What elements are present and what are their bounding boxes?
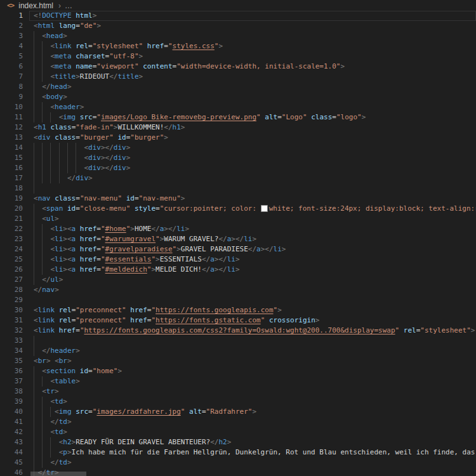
code-line[interactable]: 34</header> — [0, 346, 476, 356]
line-number[interactable]: 39 — [0, 397, 23, 407]
code-line[interactable]: 4<link rel="stylesheet" href="styles.css… — [0, 41, 476, 51]
line-number[interactable]: 29 — [0, 295, 23, 305]
line-number[interactable]: 20 — [0, 204, 23, 214]
breadcrumb-more[interactable]: … — [65, 1, 73, 10]
code-line[interactable]: 10<header> — [0, 102, 476, 112]
code-line[interactable]: 11<img src="images/Logo_Bike-removebg-pr… — [0, 112, 476, 122]
code-line[interactable]: 7<title>RIDEOUT</title> — [0, 72, 476, 82]
code-line[interactable]: 3<head> — [0, 31, 476, 41]
horizontal-scrollbar[interactable] — [30, 472, 86, 476]
code-line[interactable]: 19<nav class="nav-menu" id="nav-menu"> — [0, 194, 476, 204]
line-number[interactable]: 34 — [0, 346, 23, 356]
code-line[interactable]: 23<li><a href="#warumgravel">WARUM GRAVE… — [0, 234, 476, 244]
code-line[interactable]: 9<body> — [0, 92, 476, 102]
code-line[interactable]: 13<div class="burger" id="burger"> — [0, 133, 476, 143]
code-line[interactable]: 36<section id="home"> — [0, 366, 476, 376]
line-number[interactable]: 2 — [0, 21, 23, 31]
code-line[interactable]: 8</head> — [0, 82, 476, 92]
code-line[interactable]: 25<li><a href="#essentials">ESSENTIALS</… — [0, 255, 476, 265]
code-line[interactable]: 39<td> — [0, 397, 476, 407]
code-line[interactable]: 33 — [0, 336, 476, 346]
code-line[interactable]: 5<meta charset="utf-8"> — [0, 51, 476, 62]
line-number[interactable]: 42 — [0, 427, 23, 437]
line-number[interactable]: 21 — [0, 214, 23, 224]
code-line[interactable]: 45</td> — [0, 458, 476, 468]
line-number[interactable]: 43 — [0, 437, 23, 447]
line-number[interactable]: 33 — [0, 336, 23, 346]
code-line[interactable]: 44<p>Ich habe mich für die Farben Hellgr… — [0, 447, 476, 458]
line-number[interactable]: 40 — [0, 407, 23, 417]
line-number[interactable]: 44 — [0, 447, 23, 458]
code-line[interactable]: 27</ul> — [0, 275, 476, 285]
line-number[interactable]: 24 — [0, 244, 23, 255]
line-number[interactable]: 36 — [0, 366, 23, 376]
code-line[interactable]: 18 — [0, 183, 476, 194]
token-punctuation: < — [34, 194, 38, 202]
code-line[interactable]: 12<h1 class="fade-in">WILLKOMMEN!</h1> — [0, 122, 476, 133]
line-number[interactable]: 35 — [0, 356, 23, 366]
line-number[interactable]: 28 — [0, 285, 23, 295]
line-number[interactable]: 14 — [0, 143, 23, 153]
code-line[interactable]: 43<h2>READY FÜR DEIN GRAVEL ABENTEUER?</… — [0, 437, 476, 447]
code-line[interactable]: 30<link rel="preconnect" href="https://f… — [0, 305, 476, 315]
line-number[interactable]: 23 — [0, 234, 23, 244]
line-number[interactable]: 17 — [0, 173, 23, 183]
code-line[interactable]: 38<tr> — [0, 387, 476, 397]
line-number[interactable]: 4 — [0, 41, 23, 51]
line-number[interactable]: 12 — [0, 122, 23, 133]
code-line[interactable]: 16<div></div> — [0, 163, 476, 173]
line-number[interactable]: 6 — [0, 62, 23, 72]
code-line[interactable]: 21<ul> — [0, 214, 476, 224]
code-line[interactable]: 40<img src="images/radfahrer.jpg" alt="R… — [0, 407, 476, 417]
line-number[interactable]: 26 — [0, 265, 23, 275]
token-punctuation: </ — [109, 72, 117, 81]
line-number[interactable]: 11 — [0, 112, 23, 122]
code-line[interactable]: 42<td> — [0, 427, 476, 437]
line-number[interactable]: 13 — [0, 133, 23, 143]
line-number[interactable]: 32 — [0, 326, 23, 336]
line-number[interactable]: 8 — [0, 82, 23, 92]
code-line[interactable]: 24<li><a href="#gravelparadiese">GRAVEL … — [0, 244, 476, 255]
line-number[interactable]: 41 — [0, 417, 23, 427]
code-line[interactable]: 31<link rel="preconnect" href="https://f… — [0, 315, 476, 326]
line-number[interactable]: 31 — [0, 315, 23, 326]
line-number[interactable]: 19 — [0, 194, 23, 204]
code-line[interactable]: 2<html lang="de"> — [0, 21, 476, 31]
line-number[interactable]: 10 — [0, 102, 23, 112]
code-line[interactable]: 17</div> — [0, 173, 476, 183]
line-number[interactable]: 22 — [0, 224, 23, 234]
code-line[interactable]: 22<li><a href="#home">HOME</a></li> — [0, 224, 476, 234]
line-number[interactable]: 38 — [0, 387, 23, 397]
line-number[interactable]: 45 — [0, 458, 23, 468]
code-line-content: <body> — [29, 92, 476, 102]
line-number[interactable]: 5 — [0, 51, 23, 62]
code-line[interactable]: 28</nav> — [0, 285, 476, 295]
line-number[interactable]: 30 — [0, 305, 23, 315]
code-line[interactable]: 37<table> — [0, 376, 476, 387]
line-number[interactable]: 27 — [0, 275, 23, 285]
token-link-string: https://fonts.gstatic.com — [155, 316, 261, 324]
breadcrumb-file-name[interactable]: index.html — [18, 1, 53, 10]
line-number[interactable]: 3 — [0, 31, 23, 41]
code-line[interactable]: 14<div></div> — [0, 143, 476, 153]
line-number[interactable]: 7 — [0, 72, 23, 82]
line-number[interactable]: 16 — [0, 163, 23, 173]
code-line[interactable]: 26<li><a href="#meldedich">MELDE DICH!</… — [0, 265, 476, 275]
code-line[interactable]: 32<link href="https://fonts.googleapis.c… — [0, 326, 476, 336]
line-number[interactable]: 9 — [0, 92, 23, 102]
code-line[interactable]: 1<!DOCTYPE html> — [0, 11, 476, 21]
line-number[interactable]: 1 — [0, 11, 23, 21]
code-line[interactable]: 41</td> — [0, 417, 476, 427]
line-number[interactable]: 46 — [0, 468, 23, 476]
token-punctuation: </ — [42, 275, 50, 284]
code-line[interactable]: 6<meta name="viewport" content="width=de… — [0, 62, 476, 72]
token-punctuation: > — [315, 316, 320, 324]
code-line[interactable]: 20<span id="close-menu" style="cursor:po… — [0, 204, 476, 214]
code-line[interactable]: 35<br> <br> — [0, 356, 476, 366]
line-number[interactable]: 25 — [0, 255, 23, 265]
line-number[interactable]: 18 — [0, 183, 23, 194]
line-number[interactable]: 37 — [0, 376, 23, 387]
line-number[interactable]: 15 — [0, 153, 23, 163]
code-line[interactable]: 15<div></div> — [0, 153, 476, 163]
code-line[interactable]: 29 — [0, 295, 476, 305]
